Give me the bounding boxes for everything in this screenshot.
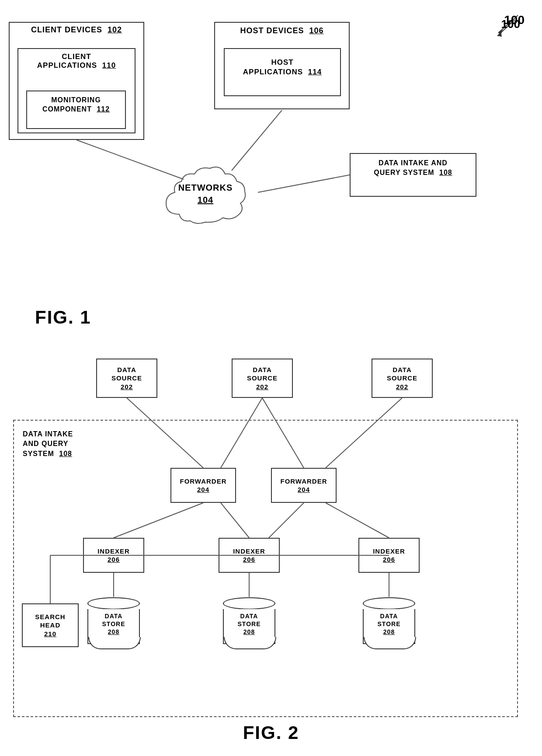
indexer-box-2: INDEXER206 bbox=[219, 538, 280, 573]
monitoring-component-box: MONITORING COMPONENT 112 bbox=[26, 91, 126, 129]
cyl-top-1 bbox=[87, 597, 140, 610]
cyl-bottom-2 bbox=[224, 637, 276, 649]
fig1-area: 100 CLIENT DEVICES 102 CLIENT APPLICATIO… bbox=[0, 9, 542, 341]
data-source-box-1: DATASOURCE202 bbox=[96, 359, 157, 398]
monitoring-component-label: MONITORING COMPONENT 112 bbox=[27, 91, 125, 116]
client-apps-box: CLIENT APPLICATIONS 110 MONITORING COMPO… bbox=[17, 48, 136, 133]
fig1-label: FIG. 1 bbox=[35, 307, 91, 328]
data-store-label-2: DATASTORE208 bbox=[223, 612, 275, 636]
data-store-cylinder-3: DATASTORE208 bbox=[363, 597, 415, 644]
client-apps-label: CLIENT APPLICATIONS 110 bbox=[18, 49, 135, 72]
host-apps-label: HOST APPLICATIONS 114 bbox=[225, 49, 340, 79]
fig1-number: 100 bbox=[490, 17, 520, 42]
forwarder-box-1: FORWARDER204 bbox=[170, 468, 236, 503]
networks-label: NETWORKS 104 bbox=[153, 181, 258, 206]
host-devices-label: HOST DEVICES 106 bbox=[215, 23, 349, 37]
data-source-box-3: DATASOURCE202 bbox=[372, 359, 433, 398]
indexer-box-1: INDEXER206 bbox=[83, 538, 144, 573]
fig2-label: FIG. 2 bbox=[0, 722, 542, 743]
page: 100 CLIENT DEVICES 102 CLIENT APPLICATIO… bbox=[0, 0, 542, 756]
cyl-bottom-3 bbox=[364, 637, 416, 649]
indexer-box-3: INDEXER206 bbox=[358, 538, 420, 573]
client-devices-label: CLIENT DEVICES 102 bbox=[10, 22, 143, 36]
cyl-top-3 bbox=[363, 597, 415, 610]
data-intake-label-fig1: DATA INTAKE AND QUERY SYSTEM 108 bbox=[351, 154, 476, 180]
diq-label: DATA INTAKE AND QUERY SYSTEM 108 bbox=[23, 429, 73, 459]
svg-line-4 bbox=[258, 175, 350, 192]
client-devices-box: CLIENT DEVICES 102 CLIENT APPLICATIONS 1… bbox=[9, 22, 144, 140]
cyl-top-2 bbox=[223, 597, 275, 610]
forwarder-box-2: FORWARDER204 bbox=[271, 468, 337, 503]
cyl-bottom-1 bbox=[88, 637, 141, 649]
data-store-cylinder-1: DATASTORE208 bbox=[87, 597, 140, 644]
data-source-box-2: DATASOURCE202 bbox=[232, 359, 293, 398]
search-head-box: SEARCHHEAD210 bbox=[22, 603, 79, 647]
host-apps-box: HOST APPLICATIONS 114 bbox=[224, 48, 341, 96]
data-store-label-3: DATASTORE208 bbox=[363, 612, 415, 636]
data-intake-box-fig1: DATA INTAKE AND QUERY SYSTEM 108 bbox=[350, 153, 476, 197]
data-store-cylinder-2: DATASTORE208 bbox=[223, 597, 275, 644]
data-store-label-1: DATASTORE208 bbox=[87, 612, 140, 636]
host-devices-box: HOST DEVICES 106 HOST APPLICATIONS 114 bbox=[214, 22, 350, 109]
networks-cloud-area: NETWORKS 104 bbox=[153, 157, 258, 236]
fig2-area: DATA INTAKE AND QUERY SYSTEM 108 DATASOU… bbox=[0, 350, 542, 748]
